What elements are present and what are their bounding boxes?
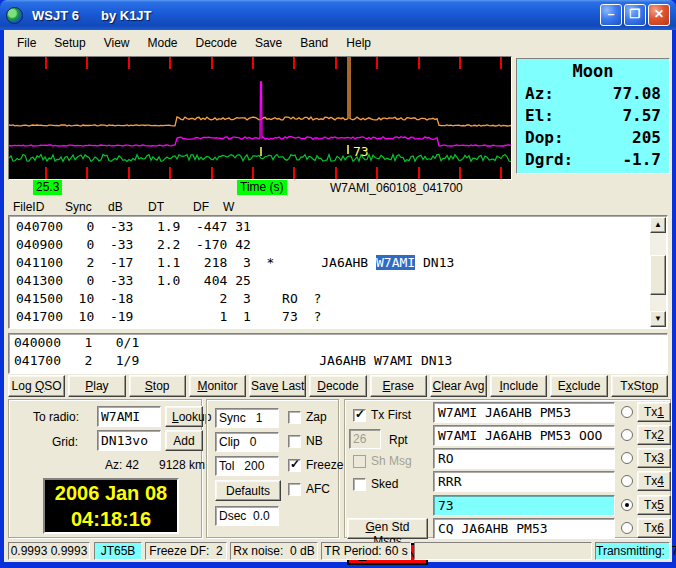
tx3-message-field[interactable]: RO bbox=[433, 448, 615, 469]
azimuth-label: Az: 42 bbox=[105, 458, 139, 472]
date-time-display: 2006 Jan 08 04:18:16 bbox=[43, 478, 179, 534]
tx2-button[interactable]: Tx2 bbox=[637, 425, 671, 445]
tol-field[interactable]: Tol 200 bbox=[215, 456, 279, 476]
moon-title: Moon bbox=[525, 61, 661, 81]
menu-decode[interactable]: Decode bbox=[187, 33, 246, 53]
col-w: W bbox=[223, 200, 234, 214]
decode-row: 041100 2 -17 1.1 218 3 * JA6AHB W7AMI DN… bbox=[11, 254, 649, 272]
dsec-field[interactable]: Dsec 0.0 bbox=[215, 506, 279, 526]
decode-scrollbar[interactable]: ▲ ▼ bbox=[650, 217, 666, 327]
avg-row: 040000 1 0/1 bbox=[9, 334, 667, 352]
trace bbox=[9, 155, 511, 162]
status-freeze-df: Freeze DF: 2 bbox=[145, 542, 227, 560]
avg-row: 041700 2 1/9 JA6AHB W7AMI DN13 bbox=[9, 352, 667, 370]
moon-az-row: Az:77.08 bbox=[525, 83, 661, 105]
to-radio-label: To radio: bbox=[33, 410, 79, 424]
grid-input[interactable] bbox=[97, 430, 161, 451]
close-button[interactable]: ✕ bbox=[648, 4, 670, 26]
nb-checkbox[interactable]: NB bbox=[288, 434, 323, 448]
menu-mode[interactable]: Mode bbox=[139, 33, 187, 53]
decode-row: 040700 0 -33 1.9 -447 31 bbox=[11, 218, 649, 236]
decode-button[interactable]: Decode bbox=[309, 375, 366, 397]
moon-el-row: El:7.57 bbox=[525, 105, 661, 127]
trace bbox=[9, 82, 511, 146]
menu-help[interactable]: Help bbox=[337, 33, 380, 53]
tx6-radio[interactable] bbox=[621, 522, 633, 534]
date-value: 2006 Jan 08 bbox=[45, 480, 177, 506]
tx6-button[interactable]: Tx6 bbox=[637, 518, 671, 538]
tx-first-checkbox[interactable]: Tx First bbox=[353, 408, 411, 422]
menu-view[interactable]: View bbox=[95, 33, 139, 53]
col-dt: DT bbox=[148, 200, 164, 214]
monitor-button[interactable]: Monitor bbox=[189, 375, 246, 397]
add-button[interactable]: Add bbox=[165, 430, 203, 451]
sked-checkbox[interactable]: Sked bbox=[353, 477, 398, 491]
tx4-radio[interactable] bbox=[621, 475, 633, 487]
tx1-radio[interactable] bbox=[621, 406, 633, 418]
save-last-button[interactable]: Save Last bbox=[249, 375, 306, 397]
zap-checkbox[interactable]: Zap bbox=[288, 410, 327, 424]
selected-callsign[interactable]: W7AMI bbox=[376, 255, 415, 270]
tx2-radio[interactable] bbox=[621, 429, 633, 441]
tx5-button[interactable]: Tx5 bbox=[637, 495, 671, 515]
tx4-button[interactable]: Tx4 bbox=[637, 471, 671, 491]
wav-file-label: W7AMI_060108_041700 bbox=[330, 181, 463, 195]
erase-button[interactable]: Erase bbox=[370, 375, 427, 397]
tx4-message-field[interactable]: RRR bbox=[433, 471, 615, 492]
stop-button[interactable]: Stop bbox=[129, 375, 186, 397]
scrollbar-thumb[interactable] bbox=[650, 255, 666, 295]
txstop-button[interactable]: TxStop bbox=[611, 375, 668, 397]
menu-band[interactable]: Band bbox=[291, 33, 337, 53]
menu-setup[interactable]: Setup bbox=[45, 33, 94, 53]
window-title: WSJT 6 by K1JT bbox=[32, 8, 152, 23]
title-bar[interactable]: WSJT 6 by K1JT – ❐ ✕ bbox=[0, 0, 676, 30]
scroll-down-icon[interactable]: ▼ bbox=[650, 311, 666, 327]
decode-row: 041700 10 -19 1 1 73 ? bbox=[11, 308, 649, 326]
play-button[interactable]: Play bbox=[68, 375, 125, 397]
afc-checkbox[interactable]: AFC bbox=[288, 482, 330, 496]
col-db: dB bbox=[108, 200, 123, 214]
average-text-area[interactable]: 040000 1 0/1 041700 2 1/9 JA6AHB W7AMI D… bbox=[8, 333, 668, 374]
tx5-message-field[interactable]: 73 bbox=[433, 495, 615, 516]
log-qso-button[interactable]: Log QSO bbox=[8, 375, 65, 397]
moon-panel: Moon Az:77.08 El:7.57 Dop:205 Dgrd:-1.7 bbox=[516, 58, 670, 174]
status-bar: 0.9993 0.9993 JT65B Freeze DF: 2 Rx nois… bbox=[4, 541, 672, 562]
col-fileid: FileID bbox=[13, 200, 44, 214]
scroll-up-icon[interactable]: ▲ bbox=[650, 217, 666, 233]
moon-dop-row: Dop:205 bbox=[525, 127, 661, 149]
tx1-button[interactable]: Tx1 bbox=[637, 402, 671, 422]
maximize-button[interactable]: ❐ bbox=[624, 4, 646, 26]
tx5-radio[interactable] bbox=[621, 499, 633, 511]
tx1-message-field[interactable]: W7AMI JA6AHB PM53 bbox=[433, 402, 615, 423]
clip-field[interactable]: Clip 0 bbox=[215, 432, 279, 452]
include-button[interactable]: Include bbox=[490, 375, 547, 397]
to-radio-input[interactable] bbox=[97, 406, 161, 427]
power-level-badge: 25.3 bbox=[33, 180, 62, 195]
lookup-button[interactable]: Lookup bbox=[165, 406, 203, 427]
station-group: To radio: Lookup Grid: Add Az: 42 9128 k… bbox=[8, 399, 202, 538]
col-sync: Sync bbox=[65, 200, 92, 214]
clear-avg-button[interactable]: Clear Avg bbox=[430, 375, 487, 397]
menu-save[interactable]: Save bbox=[246, 33, 291, 53]
freeze-checkbox[interactable]: Freeze bbox=[288, 458, 343, 472]
decode-row: 040900 0 -33 2.2 -170 42 bbox=[11, 236, 649, 254]
app-globe-icon bbox=[6, 7, 23, 24]
defaults-button[interactable]: Defaults bbox=[215, 480, 281, 501]
col-df: DF bbox=[193, 200, 209, 214]
decode-text-area[interactable]: 040700 0 -33 1.9 -447 31 040900 0 -33 2.… bbox=[8, 215, 668, 329]
exclude-button[interactable]: Exclude bbox=[550, 375, 607, 397]
grid-label: Grid: bbox=[52, 435, 78, 449]
status-tr-period: TR Period: 60 s bbox=[321, 542, 411, 560]
sync-field[interactable]: Sync 1 bbox=[215, 408, 279, 428]
tx3-button[interactable]: Tx3 bbox=[637, 448, 671, 468]
tx3-radio[interactable] bbox=[621, 452, 633, 464]
menu-file[interactable]: File bbox=[8, 33, 45, 53]
minimize-button[interactable]: – bbox=[600, 4, 622, 26]
tx2-message-field[interactable]: W7AMI JA6AHB PM53 OOO bbox=[433, 425, 615, 446]
status-spacer bbox=[414, 542, 592, 560]
spectrum-display[interactable]: 73 bbox=[8, 56, 512, 180]
tx6-message-field[interactable]: CQ JA6AHB PM53 bbox=[433, 518, 615, 539]
time-axis-badge: Time (s) bbox=[237, 180, 287, 195]
status-rx-noise: Rx noise: 0 dB bbox=[230, 542, 318, 560]
gen-std-msgs-button[interactable]: Gen Std Msgs bbox=[347, 518, 428, 539]
